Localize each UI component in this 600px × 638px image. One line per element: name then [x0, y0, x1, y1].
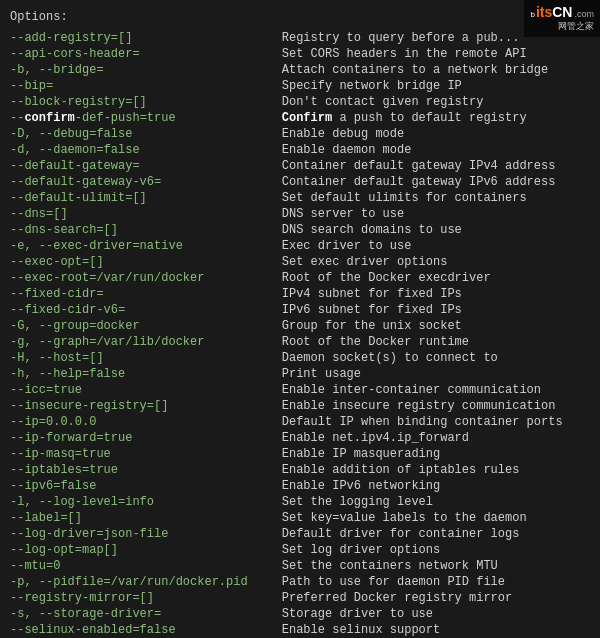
option-flag: -H, --host=[]: [10, 350, 282, 366]
table-row: -b, --bridge=Attach containers to a netw…: [10, 62, 590, 78]
table-row: --mtu=0Set the containers network MTU: [10, 558, 590, 574]
option-flag: --icc=true: [10, 382, 282, 398]
table-row: --ip=0.0.0.0Default IP when binding cont…: [10, 414, 590, 430]
main-container: Options: --add-registry=[]Registry to qu…: [0, 0, 600, 638]
option-flag: --log-driver=json-file: [10, 526, 282, 542]
option-desc: IPv6 subnet for fixed IPs: [282, 302, 590, 318]
option-flag: --dns-search=[]: [10, 222, 282, 238]
table-row: -G, --group=dockerGroup for the unix soc…: [10, 318, 590, 334]
option-desc: Enable insecure registry communication: [282, 398, 590, 414]
option-desc: Enable IP masquerading: [282, 446, 590, 462]
option-desc: Container default gateway IPv4 address: [282, 158, 590, 174]
option-desc: Storage driver to use: [282, 606, 590, 622]
option-flag: --selinux-enabled=false: [10, 622, 282, 638]
option-flag: -G, --group=docker: [10, 318, 282, 334]
options-label: Options:: [10, 10, 590, 24]
option-flag: --default-gateway-v6=: [10, 174, 282, 190]
option-desc: Set default ulimits for containers: [282, 190, 590, 206]
option-desc: Set CORS headers in the remote API: [282, 46, 590, 62]
option-flag: --api-cors-header=: [10, 46, 282, 62]
table-row: -D, --debug=falseEnable debug mode: [10, 126, 590, 142]
table-row: --dns=[]DNS server to use: [10, 206, 590, 222]
option-flag: --ip-forward=true: [10, 430, 282, 446]
table-row: --dns-search=[]DNS search domains to use: [10, 222, 590, 238]
option-desc: Default driver for container logs: [282, 526, 590, 542]
option-desc: Set exec driver options: [282, 254, 590, 270]
option-desc: Set log driver options: [282, 542, 590, 558]
option-desc: Container default gateway IPv6 address: [282, 174, 590, 190]
watermark-subtitle: 网管之家: [558, 20, 594, 33]
option-flag: --add-registry=[]: [10, 30, 282, 46]
option-flag: -l, --log-level=info: [10, 494, 282, 510]
table-row: --exec-opt=[]Set exec driver options: [10, 254, 590, 270]
table-row: --exec-root=/var/run/dockerRoot of the D…: [10, 270, 590, 286]
option-desc: Group for the unix socket: [282, 318, 590, 334]
option-flag: --registry-mirror=[]: [10, 590, 282, 606]
option-flag: --bip=: [10, 78, 282, 94]
option-flag: --default-ulimit=[]: [10, 190, 282, 206]
table-row: --add-registry=[]Registry to query befor…: [10, 30, 590, 46]
table-row: --ip-masq=trueEnable IP masquerading: [10, 446, 590, 462]
option-flag: --fixed-cidr-v6=: [10, 302, 282, 318]
option-desc: Enable daemon mode: [282, 142, 590, 158]
option-flag: --insecure-registry=[]: [10, 398, 282, 414]
table-row: --icc=trueEnable inter-container communi…: [10, 382, 590, 398]
table-row: --log-driver=json-fileDefault driver for…: [10, 526, 590, 542]
option-flag: -b, --bridge=: [10, 62, 282, 78]
option-desc: Daemon socket(s) to connect to: [282, 350, 590, 366]
option-desc: Set key=value labels to the daemon: [282, 510, 590, 526]
option-flag: -s, --storage-driver=: [10, 606, 282, 622]
option-flag: --label=[]: [10, 510, 282, 526]
table-row: -d, --daemon=falseEnable daemon mode: [10, 142, 590, 158]
table-row: -g, --graph=/var/lib/dockerRoot of the D…: [10, 334, 590, 350]
table-row: --bip=Specify network bridge IP: [10, 78, 590, 94]
option-flag: --confirm-def-push=true: [10, 110, 282, 126]
option-flag: --ip=0.0.0.0: [10, 414, 282, 430]
option-flag: --fixed-cidr=: [10, 286, 282, 302]
option-flag: -p, --pidfile=/var/run/docker.pid: [10, 574, 282, 590]
option-desc: Set the logging level: [282, 494, 590, 510]
table-row: --label=[]Set key=value labels to the da…: [10, 510, 590, 526]
watermark: b its CN .com 网管之家: [524, 0, 600, 37]
table-row: --registry-mirror=[]Preferred Docker reg…: [10, 590, 590, 606]
option-flag: --ip-masq=true: [10, 446, 282, 462]
option-desc: Exec driver to use: [282, 238, 590, 254]
option-flag: --iptables=true: [10, 462, 282, 478]
option-desc: Enable debug mode: [282, 126, 590, 142]
option-desc: Enable IPv6 networking: [282, 478, 590, 494]
table-row: --api-cors-header=Set CORS headers in th…: [10, 46, 590, 62]
table-row: -H, --host=[]Daemon socket(s) to connect…: [10, 350, 590, 366]
table-row: -s, --storage-driver=Storage driver to u…: [10, 606, 590, 622]
option-flag: -e, --exec-driver=native: [10, 238, 282, 254]
option-desc: Path to use for daemon PID file: [282, 574, 590, 590]
table-row: --ip-forward=trueEnable net.ipv4.ip_forw…: [10, 430, 590, 446]
option-desc: DNS search domains to use: [282, 222, 590, 238]
table-row: --ipv6=falseEnable IPv6 networking: [10, 478, 590, 494]
table-row: --confirm-def-push=trueConfirm a push to…: [10, 110, 590, 126]
option-desc: Enable inter-container communication: [282, 382, 590, 398]
table-row: --default-gateway-v6=Container default g…: [10, 174, 590, 190]
option-desc: Attach containers to a network bridge: [282, 62, 590, 78]
option-desc: Root of the Docker runtime: [282, 334, 590, 350]
option-desc: Don't contact given registry: [282, 94, 590, 110]
table-row: --fixed-cidr-v6=IPv6 subnet for fixed IP…: [10, 302, 590, 318]
option-desc: Confirm a push to default registry: [282, 110, 590, 126]
option-flag: -g, --graph=/var/lib/docker: [10, 334, 282, 350]
table-row: --default-gateway=Container default gate…: [10, 158, 590, 174]
option-desc: IPv4 subnet for fixed IPs: [282, 286, 590, 302]
option-desc: Preferred Docker registry mirror: [282, 590, 590, 606]
table-row: -h, --help=falsePrint usage: [10, 366, 590, 382]
table-row: --block-registry=[]Don't contact given r…: [10, 94, 590, 110]
option-desc: Set the containers network MTU: [282, 558, 590, 574]
option-flag: -d, --daemon=false: [10, 142, 282, 158]
table-row: --insecure-registry=[]Enable insecure re…: [10, 398, 590, 414]
option-flag: --log-opt=map[]: [10, 542, 282, 558]
option-flag: --block-registry=[]: [10, 94, 282, 110]
table-row: --default-ulimit=[]Set default ulimits f…: [10, 190, 590, 206]
options-table: --add-registry=[]Registry to query befor…: [10, 30, 590, 638]
option-desc: Root of the Docker execdriver: [282, 270, 590, 286]
option-flag: --dns=[]: [10, 206, 282, 222]
option-desc: Print usage: [282, 366, 590, 382]
option-flag: -h, --help=false: [10, 366, 282, 382]
table-row: --log-opt=map[]Set log driver options: [10, 542, 590, 558]
